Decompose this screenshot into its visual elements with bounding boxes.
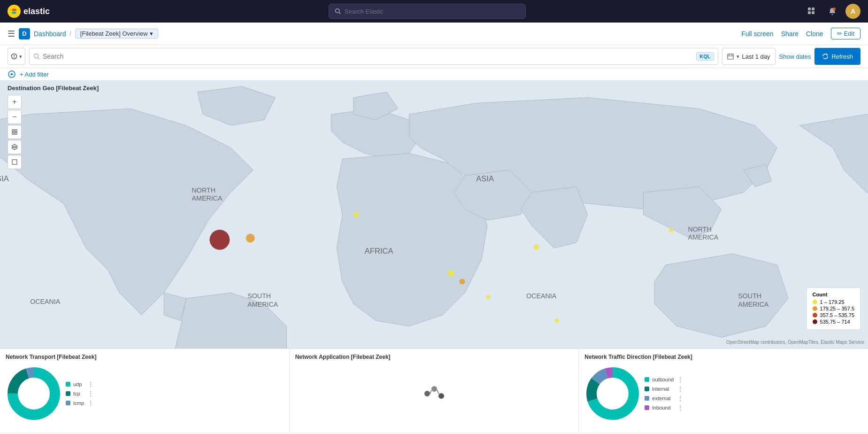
zoom-out-button[interactable]: − (8, 110, 22, 124)
legend-item-2: 179.25 – 357.5 (813, 306, 854, 311)
map-section: Destination Geo [Filebeat Zeek] + − (0, 81, 868, 349)
transport-legend: udp ⋮ tcp ⋮ icmp ⋮ (66, 380, 94, 407)
north-america-label-right2: AMERICA (688, 233, 718, 241)
select-button[interactable] (8, 155, 22, 169)
filter-icon[interactable] (8, 70, 16, 78)
svg-point-37 (424, 391, 430, 396)
svg-rect-30 (12, 160, 17, 164)
charts-row: Network Transport [Filebeat Zeek] (0, 349, 868, 432)
search-filter-icon (33, 53, 40, 60)
traffic-legend-inbound: inbound ⋮ (645, 404, 684, 411)
svg-rect-5 (808, 8, 811, 10)
svg-line-40 (430, 390, 431, 394)
top-navigation: elastic A (0, 0, 868, 23)
legend-item-1: 1 – 179.25 (813, 299, 854, 305)
external-more-btn[interactable]: ⋮ (676, 395, 684, 402)
edit-label: Edit (844, 30, 854, 37)
internal-label: internal (652, 386, 669, 392)
traffic-legend-internal: internal ⋮ (645, 385, 684, 393)
breadcrumb-dashboard[interactable]: Dashboard (34, 30, 66, 38)
legend-dot-2 (813, 306, 817, 311)
zoom-in-button[interactable]: + (8, 95, 22, 109)
legend-dot-1 (813, 300, 817, 304)
fullscreen-button[interactable]: Full screen (741, 30, 773, 38)
hamburger-icon[interactable]: ☰ (8, 29, 15, 39)
search-icon (335, 8, 341, 15)
tcp-more-btn[interactable]: ⋮ (87, 390, 94, 397)
north-america-label: NORTH (192, 186, 215, 194)
bell-icon-btn[interactable] (825, 4, 840, 19)
internal-more-btn[interactable]: ⋮ (676, 385, 684, 393)
transport-donut (6, 365, 62, 422)
map-marker-small-6 (669, 228, 674, 233)
bell-icon (828, 7, 837, 16)
external-color (645, 396, 649, 401)
grid-icon-btn[interactable] (804, 4, 819, 19)
breadcrumb-right: Full screen Share Clone ✏ Edit (741, 28, 860, 39)
breadcrumb-chevron-icon[interactable]: ▾ (150, 30, 153, 37)
kql-badge[interactable]: KQL (696, 52, 714, 61)
transport-chart-content: udp ⋮ tcp ⋮ icmp ⋮ (6, 363, 284, 424)
svg-rect-24 (12, 130, 14, 132)
search-filter-input[interactable] (43, 53, 693, 60)
application-chart-title: Network Application [Filebeat Zeek] (295, 354, 573, 360)
refresh-button[interactable]: Refresh (814, 48, 860, 65)
legend-item-4: 535.75 – 714 (813, 319, 854, 325)
udp-label: udp (73, 381, 82, 387)
search-type-selector[interactable]: ▾ (8, 48, 25, 65)
sub-filter-bar: + Add filter (0, 68, 868, 81)
svg-rect-9 (832, 14, 833, 15)
map-title: Destination Geo [Filebeat Zeek] (8, 85, 99, 92)
south-america-label: SOUTH (247, 292, 271, 300)
outbound-color (645, 377, 649, 382)
asia-label: ASIA (476, 174, 494, 183)
tcp-color (66, 391, 70, 396)
user-avatar[interactable]: A (845, 4, 860, 19)
refresh-icon (822, 53, 829, 60)
layer-button[interactable] (8, 140, 22, 154)
application-chart-panel: Network Application [Filebeat Zeek] (290, 349, 579, 432)
application-chart-content (295, 363, 573, 424)
edit-button[interactable]: ✏ Edit (831, 28, 860, 39)
svg-rect-16 (728, 54, 733, 59)
svg-point-1 (12, 9, 16, 11)
traffic-legend-external: external ⋮ (645, 395, 684, 402)
traffic-direction-chart-content: outbound ⋮ internal ⋮ external ⋮ (584, 363, 862, 424)
traffic-direction-chart-panel: Network Traffic Direction [Filebeat Zeek… (579, 349, 868, 432)
calendar-icon (727, 53, 734, 60)
global-search-bar[interactable] (329, 4, 526, 19)
svg-point-38 (431, 386, 437, 392)
global-search-input[interactable] (345, 8, 520, 15)
share-button[interactable]: Share (781, 30, 799, 38)
svg-point-39 (438, 393, 444, 399)
svg-point-47 (599, 380, 627, 408)
chevron-icon-small2: ▾ (737, 54, 739, 60)
svg-rect-27 (15, 132, 17, 134)
outbound-more-btn[interactable]: ⋮ (676, 376, 684, 383)
clone-button[interactable]: Clone (806, 30, 823, 38)
legend-label-3: 357.5 – 535.75 (820, 312, 854, 318)
world-map: ASIA NORTH AMERICA SOUTH AMERICA AFRICA … (0, 81, 868, 349)
refresh-label: Refresh (831, 53, 853, 60)
legend-label-2: 179.25 – 357.5 (820, 306, 854, 311)
elastic-logo[interactable]: elastic (8, 5, 50, 18)
svg-line-41 (437, 390, 439, 394)
udp-more-btn[interactable]: ⋮ (87, 380, 94, 388)
show-dates-button[interactable]: Show dates (779, 53, 811, 60)
legend-title: Count (813, 292, 854, 297)
fit-bounds-button[interactable] (8, 125, 22, 139)
external-label: external (652, 395, 670, 401)
transport-chart-title: Network Transport [Filebeat Zeek] (6, 354, 284, 360)
icmp-more-btn[interactable]: ⋮ (87, 399, 94, 407)
south-america-label2: AMERICA (247, 301, 278, 308)
outbound-label: outbound (652, 377, 674, 382)
time-picker[interactable]: ▾ Last 1 day (722, 48, 776, 65)
add-filter-button[interactable]: + Add filter (20, 71, 49, 78)
pencil-icon: ✏ (837, 30, 842, 37)
legend-dot-3 (813, 313, 817, 318)
svg-point-36 (20, 380, 48, 408)
inbound-more-btn[interactable]: ⋮ (676, 404, 684, 411)
legend-label-1: 1 – 179.25 (820, 299, 845, 305)
svg-point-3 (335, 9, 339, 13)
time-label: Last 1 day (742, 53, 770, 60)
